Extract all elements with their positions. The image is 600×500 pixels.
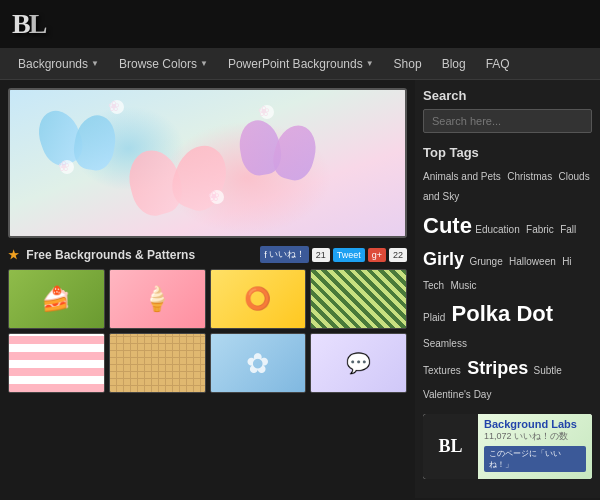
section-header: ★ Free Backgrounds & Patterns f いいね！ 21 … bbox=[8, 246, 407, 263]
tag-stripes[interactable]: Stripes bbox=[467, 358, 528, 378]
tag-christmas[interactable]: Christmas bbox=[507, 171, 552, 182]
tag-music[interactable]: Music bbox=[450, 280, 476, 291]
social-buttons: f いいね！ 21 Tweet g+ 22 bbox=[260, 246, 407, 263]
nav-browse-colors[interactable]: Browse Colors ▼ bbox=[109, 48, 218, 79]
logo-b: B bbox=[12, 8, 29, 39]
content-area: ★ Free Backgrounds & Patterns f いいね！ 21 … bbox=[0, 80, 415, 498]
tag-subtle[interactable]: Subtle bbox=[534, 365, 562, 376]
tag-halloween[interactable]: Halloween bbox=[509, 256, 556, 267]
section-label: ★ Free Backgrounds & Patterns bbox=[8, 248, 195, 262]
chevron-down-icon: ▼ bbox=[366, 59, 374, 68]
sidebar: Search Top Tags Animals and Pets Christm… bbox=[415, 80, 600, 498]
main-layout: ★ Free Backgrounds & Patterns f いいね！ 21 … bbox=[0, 80, 600, 498]
tags-container: Animals and Pets Christmas Clouds and Sk… bbox=[423, 166, 592, 404]
search-section-title: Search bbox=[423, 88, 592, 103]
tag-grunge[interactable]: Grunge bbox=[469, 256, 502, 267]
nav-powerpoint[interactable]: PowerPoint Backgrounds ▼ bbox=[218, 48, 384, 79]
tag-animals-pets[interactable]: Animals and Pets bbox=[423, 171, 501, 182]
thumbnail-grid bbox=[8, 269, 407, 393]
star-icon: ★ bbox=[8, 248, 19, 262]
tag-girly[interactable]: Girly bbox=[423, 249, 464, 269]
ad-content: Background Labs 11,072 いいね！の数 このページに「いいね… bbox=[478, 414, 592, 479]
flip-flop-decoration bbox=[71, 112, 120, 173]
tag-fall[interactable]: Fall bbox=[560, 224, 576, 235]
tag-seamless[interactable]: Seamless bbox=[423, 338, 467, 349]
search-input[interactable] bbox=[423, 109, 592, 133]
chevron-down-icon: ▼ bbox=[200, 59, 208, 68]
chevron-down-icon: ▼ bbox=[91, 59, 99, 68]
tag-valentines-day[interactable]: Valentine's Day bbox=[423, 389, 491, 400]
thumbnail-pattern[interactable] bbox=[310, 269, 407, 329]
flower-decoration bbox=[110, 100, 124, 114]
nav-shop[interactable]: Shop bbox=[384, 48, 432, 79]
facebook-count: 21 bbox=[312, 248, 330, 262]
nav-blog[interactable]: Blog bbox=[432, 48, 476, 79]
nav-backgrounds[interactable]: Backgrounds ▼ bbox=[8, 48, 109, 79]
hero-image[interactable] bbox=[8, 88, 407, 238]
top-tags-title: Top Tags bbox=[423, 145, 592, 160]
tag-polka-dot[interactable]: Polka Dot bbox=[452, 301, 553, 326]
logo-l: L bbox=[29, 8, 46, 39]
thumbnail-weave[interactable] bbox=[109, 333, 206, 393]
ad-box: BL Background Labs 11,072 いいね！の数 このページに「… bbox=[423, 414, 592, 479]
gplus-count: 22 bbox=[389, 248, 407, 262]
nav-faq[interactable]: FAQ bbox=[476, 48, 520, 79]
facebook-like-button[interactable]: f いいね！ bbox=[260, 246, 309, 263]
gplus-button[interactable]: g+ bbox=[368, 248, 386, 262]
thumbnail-icecream[interactable] bbox=[109, 269, 206, 329]
tag-textures[interactable]: Textures bbox=[423, 365, 461, 376]
ad-logo: BL bbox=[423, 414, 478, 479]
tag-fabric[interactable]: Fabric bbox=[526, 224, 554, 235]
logo[interactable]: BL bbox=[12, 8, 45, 40]
thumbnail-speech-bubbles[interactable] bbox=[310, 333, 407, 393]
ad-title: Background Labs bbox=[484, 418, 586, 430]
flower-decoration bbox=[60, 160, 74, 174]
thumbnail-cupcake[interactable] bbox=[8, 269, 105, 329]
flower-decoration bbox=[260, 105, 274, 119]
thumbnail-dandelion[interactable] bbox=[210, 333, 307, 393]
thumbnail-stripes[interactable] bbox=[8, 333, 105, 393]
ad-like-button[interactable]: このページに「いいね！」 bbox=[484, 446, 586, 472]
facebook-icon: f bbox=[264, 250, 267, 260]
tag-plaid[interactable]: Plaid bbox=[423, 312, 445, 323]
ad-subtitle: 11,072 いいね！の数 bbox=[484, 430, 586, 443]
flower-decoration bbox=[210, 190, 224, 204]
header: BL bbox=[0, 0, 600, 48]
flip-flop-decoration bbox=[269, 121, 322, 184]
navigation: Backgrounds ▼ Browse Colors ▼ PowerPoint… bbox=[0, 48, 600, 80]
tag-cute[interactable]: Cute bbox=[423, 213, 472, 238]
thumbnail-circles[interactable] bbox=[210, 269, 307, 329]
tag-education[interactable]: Education bbox=[475, 224, 519, 235]
twitter-button[interactable]: Tweet bbox=[333, 248, 365, 262]
